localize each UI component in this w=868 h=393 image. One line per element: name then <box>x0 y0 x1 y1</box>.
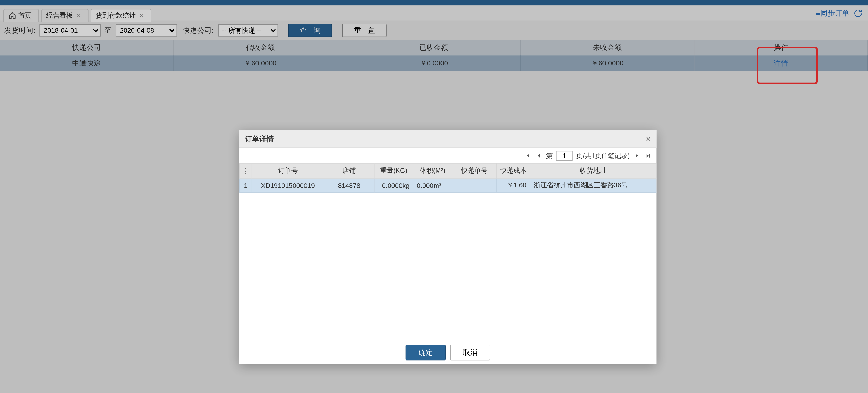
modal-title: 订单详情 <box>245 134 274 144</box>
col-order-no: 订单号 <box>252 164 324 178</box>
modal-table: ⋮ 订单号 店铺 重量(KG) 体积(M³) 快递单号 快递成本 收货地址 1 … <box>239 164 657 193</box>
cell-express-no <box>452 178 497 193</box>
last-page-icon[interactable] <box>644 152 652 160</box>
cell-idx: 1 <box>240 178 252 193</box>
prev-page-icon[interactable] <box>535 152 543 160</box>
order-detail-modal: 订单详情 × 第 页/共1页(1笔记录) ⋮ <box>239 130 657 364</box>
pager-pre-label: 第 <box>546 151 553 160</box>
modal-body: ⋮ 订单号 店铺 重量(KG) 体积(M³) 快递单号 快递成本 收货地址 1 … <box>239 164 657 340</box>
col-weight: 重量(KG) <box>374 164 413 178</box>
col-express-no: 快递单号 <box>452 164 497 178</box>
col-menu[interactable]: ⋮ <box>240 164 252 178</box>
col-express-cost: 快递成本 <box>497 164 530 178</box>
modal-footer: 确定 取消 <box>239 340 657 364</box>
modal-pager: 第 页/共1页(1笔记录) <box>239 148 657 164</box>
col-address: 收货地址 <box>530 164 656 178</box>
next-page-icon[interactable] <box>633 152 641 160</box>
col-volume: 体积(M³) <box>413 164 452 178</box>
cell-volume: 0.000m³ <box>413 178 452 193</box>
col-shop: 店铺 <box>324 164 374 178</box>
table-row[interactable]: 1 XD191015000019 814878 0.0000kg 0.000m³… <box>240 178 656 193</box>
cell-shop: 814878 <box>324 178 374 193</box>
modal-close-icon[interactable]: × <box>646 134 651 144</box>
menu-icon: ⋮ <box>242 167 249 175</box>
cell-express-cost: ￥1.60 <box>497 178 530 193</box>
first-page-icon[interactable] <box>524 152 532 160</box>
ok-button[interactable]: 确定 <box>406 344 446 360</box>
modal-header: 订单详情 × <box>239 130 657 148</box>
page-number-input[interactable] <box>556 151 572 161</box>
cancel-button[interactable]: 取消 <box>450 344 490 360</box>
pager-post-label: 页/共1页(1笔记录) <box>576 151 630 160</box>
cell-address: 浙江省杭州市西湖区三香路36号 <box>530 178 656 193</box>
cell-order-no: XD191015000019 <box>252 178 324 193</box>
cell-weight: 0.0000kg <box>374 178 413 193</box>
